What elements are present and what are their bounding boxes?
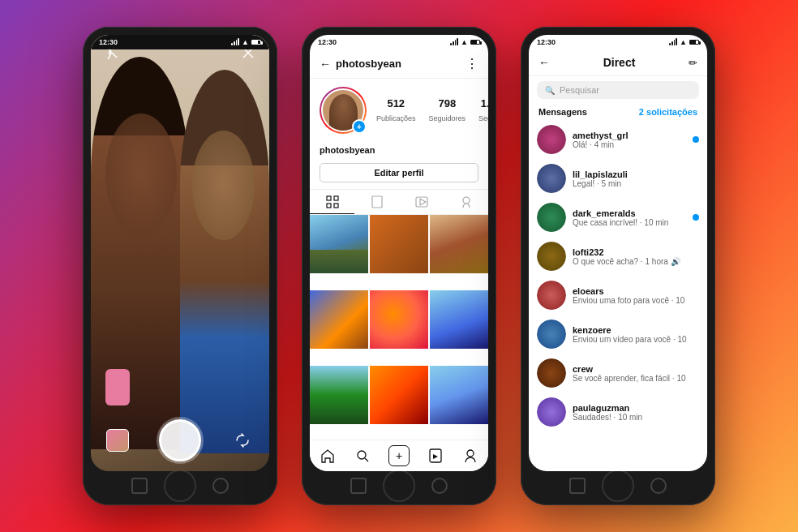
msg-avatar-1 xyxy=(537,164,566,193)
requests-label[interactable]: 2 solicitações xyxy=(639,107,697,117)
photo-grid xyxy=(310,215,488,440)
msg-content-4: eloears Enviou uma foto para você · 10 xyxy=(573,286,699,305)
svg-rect-8 xyxy=(327,204,331,208)
message-item-5[interactable]: kenzoere Enviou um vídeo para você · 10 xyxy=(529,315,707,354)
msg-preview-4: Enviou uma foto para você · 10 xyxy=(573,296,699,305)
msg-preview-0: Olá! · 4 min xyxy=(573,140,686,149)
msg-username-2: dark_emeralds xyxy=(573,208,686,218)
msg-content-6: crew Se você aprender, fica fácil · 10 xyxy=(573,364,699,383)
msg-username-7: paulaguzman xyxy=(573,403,699,413)
msg-preview-5: Enviou um vídeo para você · 10 xyxy=(573,335,699,344)
nav-profile[interactable] xyxy=(461,447,479,465)
msg-avatar-7 xyxy=(537,397,566,427)
msg-preview-6: Se você aprender, fica fácil · 10 xyxy=(573,374,699,383)
followers-label: Seguidores xyxy=(429,114,466,122)
photo-cell-5[interactable] xyxy=(370,290,428,349)
photo-cell-2[interactable] xyxy=(370,215,428,273)
message-item-4[interactable]: eloears Enviou uma foto para você · 10 xyxy=(529,276,707,315)
gallery-thumbnail[interactable] xyxy=(106,429,129,452)
posts-count: 512 xyxy=(376,97,416,109)
person-right xyxy=(180,70,269,453)
profile-display-name: photosbyean xyxy=(320,145,375,155)
status-icons-p3: ▲ xyxy=(669,38,699,46)
msg-avatar-6 xyxy=(537,358,566,388)
unread-dot-0 xyxy=(693,136,699,143)
svg-point-12 xyxy=(463,197,470,204)
photo-cell-3[interactable] xyxy=(430,215,488,273)
msg-preview-3: O que você acha? · 1 hora 🔊 xyxy=(573,257,699,266)
nav-search[interactable] xyxy=(354,447,371,465)
battery-icon-p1 xyxy=(251,40,261,45)
stat-posts: 512 Publicações xyxy=(376,97,416,124)
phone-nav-buttons xyxy=(91,474,269,497)
svg-rect-6 xyxy=(327,196,331,200)
msg-preview-7: Saudades! · 10 min xyxy=(573,413,699,422)
photo-cell-4[interactable] xyxy=(310,290,368,349)
profile-stats: 512 Publicações 798 Seguidores 1.057 Seg… xyxy=(376,97,488,124)
nav-add-button[interactable]: + xyxy=(388,445,410,466)
profile-screen: ← photosbyean ⋮ + 512 Publicações xyxy=(310,49,488,471)
signal-icon-p1 xyxy=(231,39,239,45)
following-label: Seguindo xyxy=(478,114,488,122)
profile-bottom-nav: + xyxy=(310,440,488,471)
battery-icon-p3 xyxy=(689,40,699,45)
status-icons-p1: ▲ xyxy=(231,38,261,46)
photo-cell-1[interactable] xyxy=(310,215,368,273)
profile-menu-button[interactable]: ⋮ xyxy=(466,56,478,71)
msg-username-5: kenzoere xyxy=(573,325,699,335)
photo-cell-8[interactable] xyxy=(370,366,428,424)
messages-label: Mensagens xyxy=(538,107,587,117)
msg-content-7: paulaguzman Saudades! · 10 min xyxy=(573,403,699,422)
tab-portrait[interactable] xyxy=(354,190,399,214)
msg-content-5: kenzoere Enviou um vídeo para você · 10 xyxy=(573,325,699,344)
profile-username-header: photosbyean xyxy=(336,58,401,70)
search-icon: 🔍 xyxy=(545,86,555,95)
message-item-0[interactable]: amethyst_grl Olá! · 4 min xyxy=(529,120,707,159)
edit-profile-button[interactable]: Editar perfil xyxy=(320,163,478,182)
status-time-p1: 12:30 xyxy=(99,38,118,46)
message-item-7[interactable]: paulaguzman Saudades! · 10 min xyxy=(529,393,707,431)
message-item-3[interactable]: lofti232 O que você acha? · 1 hora 🔊 xyxy=(529,237,707,276)
phone-nav-buttons-p2 xyxy=(310,474,488,497)
phone-camera: 12:30 ▲ xyxy=(83,27,277,505)
direct-back-button[interactable]: ← xyxy=(538,56,550,69)
svg-point-13 xyxy=(358,451,366,459)
nav-reels[interactable] xyxy=(427,447,444,465)
message-item-2[interactable]: dark_emeralds Que casa incrível! · 10 mi… xyxy=(529,198,707,237)
nav-home[interactable] xyxy=(319,447,337,465)
msg-avatar-2 xyxy=(537,203,566,232)
message-list: amethyst_grl Olá! · 4 min lil_lapislazul… xyxy=(529,120,707,471)
message-item-6[interactable]: crew Se você aprender, fica fácil · 10 xyxy=(529,354,707,393)
following-count: 1.057 xyxy=(478,97,488,109)
msg-avatar-4 xyxy=(537,281,566,310)
search-bar[interactable]: 🔍 Pesquisar xyxy=(537,81,699,99)
svg-line-2 xyxy=(108,54,111,59)
camera-photo xyxy=(91,35,269,471)
status-time-p3: 12:30 xyxy=(537,38,556,46)
tab-tagged[interactable] xyxy=(444,190,488,214)
phone-profile: 12:30 ▲ ← photosbyean ⋮ xyxy=(302,27,496,505)
photo-cell-7[interactable] xyxy=(310,366,368,424)
switch-camera-icon[interactable] xyxy=(231,429,254,452)
msg-content-2: dark_emeralds Que casa incrível! · 10 mi… xyxy=(573,208,686,227)
direct-screen: ← Direct ✏ 🔍 Pesquisar Mensagens 2 solic… xyxy=(529,49,707,471)
msg-content-3: lofti232 O que você acha? · 1 hora 🔊 xyxy=(573,247,699,266)
msg-avatar-3 xyxy=(537,242,566,271)
msg-avatar-0 xyxy=(537,125,566,154)
direct-header: ← Direct ✏ xyxy=(529,49,707,76)
signal-icon-p2 xyxy=(450,39,458,45)
svg-point-16 xyxy=(467,450,474,457)
tab-grid[interactable] xyxy=(310,190,354,214)
photo-cell-9[interactable] xyxy=(430,366,488,424)
msg-preview-1: Legal! · 5 min xyxy=(573,179,699,188)
message-item-1[interactable]: lil_lapislazuli Legal! · 5 min xyxy=(529,159,707,198)
direct-edit-icon[interactable]: ✏ xyxy=(689,57,697,69)
profile-tabs xyxy=(310,189,488,215)
photo-cell-6[interactable] xyxy=(430,290,488,349)
search-placeholder: Pesquisar xyxy=(560,85,599,95)
tab-reels[interactable] xyxy=(399,190,444,214)
posts-label: Publicações xyxy=(376,114,416,122)
shutter-button[interactable] xyxy=(159,419,201,461)
avatar-add-button[interactable]: + xyxy=(352,119,367,134)
back-button[interactable]: ← xyxy=(320,58,331,71)
